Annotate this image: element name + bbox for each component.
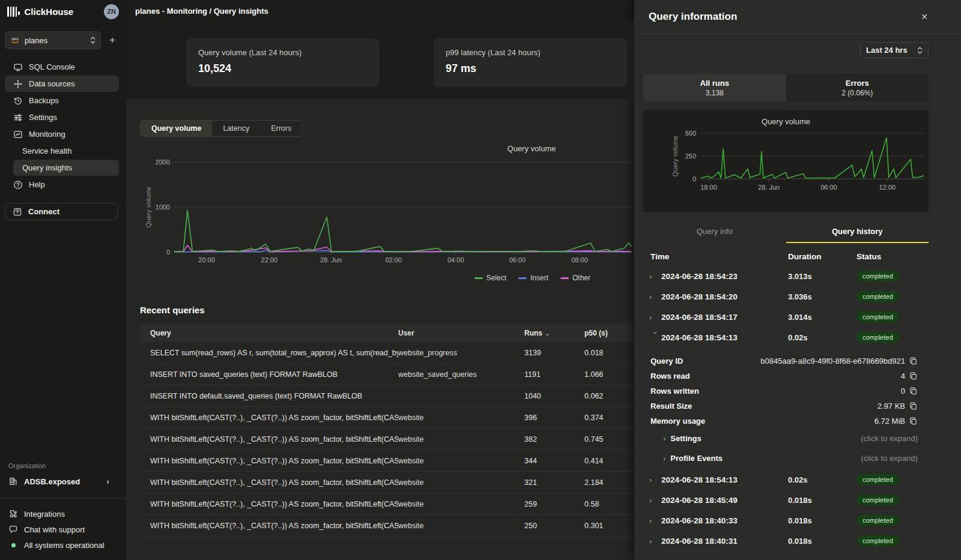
history-row[interactable]: › 2024-06-28 18:54:13 0.02s completed xyxy=(643,327,929,348)
detail-row: Memory usage 6.72 MiB xyxy=(643,414,918,429)
svg-text:0: 0 xyxy=(693,175,696,182)
svg-text:06:00: 06:00 xyxy=(820,184,837,191)
sidebar-item-help[interactable]: Help xyxy=(5,176,119,193)
service-selector[interactable]: aws planes xyxy=(5,31,101,49)
detail-row: Result Size 2.97 KB xyxy=(643,399,918,414)
chart-tab-group: Query volume Latency Errors xyxy=(140,120,303,137)
expandable-row[interactable]: › Profile Events (click to expand) xyxy=(643,448,918,468)
chevron-right-icon[interactable]: › xyxy=(649,496,661,505)
service-selector-value: planes xyxy=(25,36,85,45)
table-row[interactable]: WITH bitShiftLeft(CAST(?..), _CAST(?..))… xyxy=(140,515,632,537)
sidebar-item-backups[interactable]: Backups xyxy=(5,92,119,109)
add-service-button[interactable]: + xyxy=(106,34,119,46)
table-row[interactable]: INSERT INTO default.saved_queries (text)… xyxy=(140,385,632,407)
svg-text:500: 500 xyxy=(685,130,696,137)
chevron-right-icon[interactable]: › xyxy=(649,516,661,525)
history-row[interactable]: › 2024-06-28 18:54:13 0.02s completed xyxy=(643,469,929,490)
history-row[interactable]: › 2024-06-28 18:40:31 0.018s completed xyxy=(643,531,929,551)
system-status-item[interactable]: All systems operational xyxy=(0,537,126,553)
sidebar-item-integrations[interactable]: Integrations xyxy=(0,506,126,522)
tab-query-history[interactable]: Query history xyxy=(786,222,929,243)
segment-errors[interactable]: Errors 2 (0.06%) xyxy=(786,74,929,101)
clickhouse-logo-icon[interactable] xyxy=(7,7,20,17)
column-header-query[interactable]: Query xyxy=(140,329,398,337)
detail-label: Rows read xyxy=(643,372,901,381)
sidebar-item-data-sources[interactable]: Data sources xyxy=(5,76,119,92)
tab-query-volume[interactable]: Query volume xyxy=(141,121,212,136)
chevron-right-icon[interactable]: › xyxy=(651,331,660,343)
chevron-right-icon[interactable]: › xyxy=(649,537,661,546)
status-badge: completed xyxy=(856,515,899,526)
query-cell: SELECT sum(read_rows) AS r, sum(total_ro… xyxy=(140,349,398,357)
svg-text:28. Jun: 28. Jun xyxy=(320,256,342,263)
table-row[interactable]: WITH bitShiftLeft(CAST(?..), _CAST(?..))… xyxy=(140,450,632,472)
copy-icon[interactable] xyxy=(909,357,918,366)
legend-item-insert[interactable]: Insert xyxy=(518,274,548,282)
tab-latency[interactable]: Latency xyxy=(212,121,260,136)
legend-item-select[interactable]: Select xyxy=(474,274,506,282)
history-duration: 0.018s xyxy=(788,516,856,525)
sidebar-item-monitoring[interactable]: Monitoring xyxy=(5,126,119,142)
sidebar-item-chat-support[interactable]: Chat with support xyxy=(0,522,126,537)
table-row[interactable]: WITH bitShiftLeft(CAST(?..), _CAST(?..))… xyxy=(140,429,632,450)
segment-all-runs[interactable]: All runs 3,138 xyxy=(643,74,786,101)
table-row[interactable]: SELECT sum(read_rows) AS r, sum(total_ro… xyxy=(140,342,632,364)
aws-icon: aws xyxy=(10,35,20,45)
history-row[interactable]: › 2024-06-28 18:54:20 3.036s completed xyxy=(643,286,929,307)
copy-icon[interactable] xyxy=(909,372,918,381)
sidebar-item-settings[interactable]: Settings xyxy=(5,109,119,125)
history-row[interactable]: › 2024-06-28 18:40:33 0.018s completed xyxy=(643,510,929,531)
tab-query-info[interactable]: Query info xyxy=(643,222,786,243)
query-cell: WITH bitShiftLeft(CAST(?..), _CAST(?..))… xyxy=(140,478,398,487)
expand-hint: (click to expand) xyxy=(861,454,918,463)
sidebar-item-service-health[interactable]: Service health xyxy=(5,143,119,159)
stat-value: 97 ms xyxy=(446,62,615,75)
expanded-query-details: Query ID b0845aa9-a8c9-49f0-8f68-e678669… xyxy=(643,348,929,469)
history-duration: 3.014s xyxy=(788,313,856,322)
table-row[interactable]: INSERT INTO saved_queries (text) FORMAT … xyxy=(140,364,632,385)
chevron-right-icon[interactable]: › xyxy=(649,292,661,301)
chevron-right-icon[interactable]: › xyxy=(649,272,661,281)
status-badge: completed xyxy=(856,332,899,343)
column-header-status: Status xyxy=(856,252,929,261)
column-header-runs[interactable]: Runs⌄ xyxy=(524,329,584,337)
recent-queries-table: Query User Runs⌄ p50 (s) SELECT sum(read… xyxy=(140,324,632,537)
expandable-row[interactable]: › Settings (click to expand) xyxy=(643,429,918,448)
copy-icon[interactable] xyxy=(909,402,918,411)
column-header-user[interactable]: User xyxy=(398,329,524,337)
history-time: 2024-06-28 18:54:20 xyxy=(661,292,788,301)
console-icon xyxy=(13,62,23,72)
table-row[interactable]: WITH bitShiftLeft(CAST(?..), _CAST(?..))… xyxy=(140,493,632,515)
table-row[interactable]: WITH bitShiftLeft(CAST(?..), _CAST(?..))… xyxy=(140,407,632,429)
time-range-select[interactable]: Last 24 hrs xyxy=(860,42,929,58)
history-row[interactable]: › 2024-06-28 18:54:23 3.013s completed xyxy=(643,266,929,286)
tab-errors[interactable]: Errors xyxy=(260,121,302,136)
detail-value: 6.72 MiB xyxy=(875,417,905,426)
time-range-value: Last 24 hrs xyxy=(866,46,908,55)
user-avatar[interactable]: ZN xyxy=(104,4,119,19)
connect-button[interactable]: Connect xyxy=(5,203,118,220)
organization-item[interactable]: ADSB.exposed › xyxy=(0,473,126,490)
column-header-p50[interactable]: p50 (s) xyxy=(584,329,632,337)
runs-cell: 1191 xyxy=(524,370,584,379)
copy-icon[interactable] xyxy=(909,417,918,426)
svg-text:22:00: 22:00 xyxy=(261,256,278,263)
history-duration: 0.02s xyxy=(788,333,856,342)
sidebar-nav: SQL Console Data sources Backups Setting… xyxy=(0,59,126,193)
chevron-right-icon[interactable]: › xyxy=(649,313,661,322)
stat-card-p99-latency: p99 latency (Last 24 hours) 97 ms xyxy=(434,38,627,86)
close-icon[interactable]: ✕ xyxy=(921,12,928,22)
history-row[interactable]: › 2024-06-28 18:54:17 3.014s completed xyxy=(643,307,929,327)
history-duration: 0.018s xyxy=(788,537,856,546)
sidebar-item-query-insights[interactable]: Query insights xyxy=(13,160,119,176)
legend-item-other[interactable]: Other xyxy=(560,274,590,282)
user-cell: website xyxy=(398,500,524,508)
svg-text:1000: 1000 xyxy=(156,203,170,211)
connect-icon xyxy=(13,207,22,217)
table-row[interactable]: WITH bitShiftLeft(CAST(?..), _CAST(?..))… xyxy=(140,472,632,493)
copy-icon[interactable] xyxy=(909,387,918,396)
history-time: 2024-06-28 18:54:13 xyxy=(661,475,788,484)
history-row[interactable]: › 2024-06-28 18:45:49 0.018s completed xyxy=(643,490,929,510)
sidebar-item-sql-console[interactable]: SQL Console xyxy=(5,59,119,75)
chevron-right-icon[interactable]: › xyxy=(649,475,661,484)
